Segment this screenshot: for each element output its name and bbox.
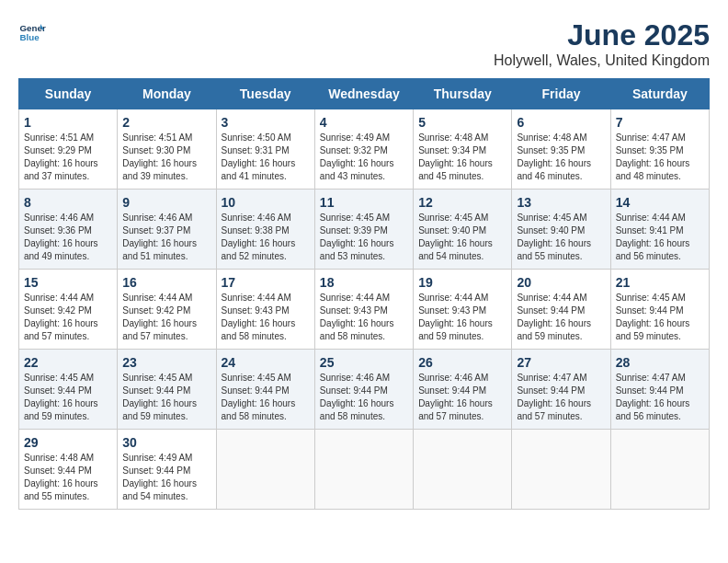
day-cell: 27Sunrise: 4:47 AMSunset: 9:44 PMDayligh… xyxy=(512,350,610,430)
calendar-title: June 2025 xyxy=(494,18,710,52)
day-number: 7 xyxy=(616,115,704,130)
day-number: 28 xyxy=(616,355,704,370)
day-info: Sunrise: 4:47 AMSunset: 9:35 PMDaylight:… xyxy=(616,132,704,183)
logo: General Blue xyxy=(18,18,46,46)
day-number: 16 xyxy=(122,275,210,290)
day-info: Sunrise: 4:47 AMSunset: 9:44 PMDaylight:… xyxy=(616,372,704,423)
day-number: 22 xyxy=(24,355,112,370)
header-monday: Monday xyxy=(118,79,216,109)
day-cell: 24Sunrise: 4:45 AMSunset: 9:44 PMDayligh… xyxy=(216,350,314,430)
day-cell: 12Sunrise: 4:45 AMSunset: 9:40 PMDayligh… xyxy=(414,190,512,270)
day-info: Sunrise: 4:45 AMSunset: 9:40 PMDaylight:… xyxy=(517,212,605,263)
day-number: 3 xyxy=(222,115,310,130)
day-number: 15 xyxy=(24,275,112,290)
day-cell: 19Sunrise: 4:44 AMSunset: 9:43 PMDayligh… xyxy=(414,270,512,350)
day-cell: 6Sunrise: 4:48 AMSunset: 9:35 PMDaylight… xyxy=(512,109,610,190)
day-info: Sunrise: 4:46 AMSunset: 9:38 PMDaylight:… xyxy=(222,212,310,263)
day-info: Sunrise: 4:44 AMSunset: 9:43 PMDaylight:… xyxy=(222,292,310,343)
day-info: Sunrise: 4:48 AMSunset: 9:34 PMDaylight:… xyxy=(418,132,506,183)
day-number: 27 xyxy=(517,355,605,370)
day-info: Sunrise: 4:44 AMSunset: 9:42 PMDaylight:… xyxy=(122,292,210,343)
day-info: Sunrise: 4:48 AMSunset: 9:35 PMDaylight:… xyxy=(517,132,605,183)
day-cell: 3Sunrise: 4:50 AMSunset: 9:31 PMDaylight… xyxy=(216,109,314,190)
day-number: 6 xyxy=(517,115,605,130)
day-info: Sunrise: 4:51 AMSunset: 9:29 PMDaylight:… xyxy=(24,132,112,183)
day-number: 24 xyxy=(222,355,310,370)
day-cell: 21Sunrise: 4:45 AMSunset: 9:44 PMDayligh… xyxy=(610,270,709,350)
day-info: Sunrise: 4:44 AMSunset: 9:43 PMDaylight:… xyxy=(418,292,506,343)
day-number: 11 xyxy=(320,195,408,210)
day-info: Sunrise: 4:44 AMSunset: 9:42 PMDaylight:… xyxy=(24,292,112,343)
day-cell: 9Sunrise: 4:46 AMSunset: 9:37 PMDaylight… xyxy=(118,190,216,270)
day-number: 25 xyxy=(320,355,408,370)
day-cell: 26Sunrise: 4:46 AMSunset: 9:44 PMDayligh… xyxy=(414,350,512,430)
week-row-2: 8Sunrise: 4:46 AMSunset: 9:36 PMDaylight… xyxy=(19,190,710,270)
day-number: 19 xyxy=(418,275,506,290)
day-cell: 8Sunrise: 4:46 AMSunset: 9:36 PMDaylight… xyxy=(19,190,118,270)
header-thursday: Thursday xyxy=(414,79,512,109)
day-cell: 7Sunrise: 4:47 AMSunset: 9:35 PMDaylight… xyxy=(610,109,709,190)
calendar-table: Sunday Monday Tuesday Wednesday Thursday… xyxy=(18,78,710,510)
day-number: 29 xyxy=(24,435,112,450)
day-cell: 18Sunrise: 4:44 AMSunset: 9:43 PMDayligh… xyxy=(314,270,413,350)
day-number: 26 xyxy=(418,355,506,370)
day-cell xyxy=(610,430,709,510)
day-info: Sunrise: 4:45 AMSunset: 9:44 PMDaylight:… xyxy=(222,372,310,423)
day-cell: 17Sunrise: 4:44 AMSunset: 9:43 PMDayligh… xyxy=(216,270,314,350)
day-info: Sunrise: 4:44 AMSunset: 9:41 PMDaylight:… xyxy=(616,212,704,263)
day-cell: 30Sunrise: 4:49 AMSunset: 9:44 PMDayligh… xyxy=(118,430,216,510)
days-header-row: Sunday Monday Tuesday Wednesday Thursday… xyxy=(19,79,710,109)
day-cell: 20Sunrise: 4:44 AMSunset: 9:44 PMDayligh… xyxy=(512,270,610,350)
day-info: Sunrise: 4:45 AMSunset: 9:44 PMDaylight:… xyxy=(24,372,112,423)
day-cell: 1Sunrise: 4:51 AMSunset: 9:29 PMDaylight… xyxy=(19,109,118,190)
day-cell: 25Sunrise: 4:46 AMSunset: 9:44 PMDayligh… xyxy=(314,350,413,430)
day-info: Sunrise: 4:46 AMSunset: 9:44 PMDaylight:… xyxy=(418,372,506,423)
week-row-1: 1Sunrise: 4:51 AMSunset: 9:29 PMDaylight… xyxy=(19,109,710,190)
day-info: Sunrise: 4:45 AMSunset: 9:40 PMDaylight:… xyxy=(418,212,506,263)
day-cell: 11Sunrise: 4:45 AMSunset: 9:39 PMDayligh… xyxy=(314,190,413,270)
day-info: Sunrise: 4:51 AMSunset: 9:30 PMDaylight:… xyxy=(122,132,210,183)
day-cell: 15Sunrise: 4:44 AMSunset: 9:42 PMDayligh… xyxy=(19,270,118,350)
header-sunday: Sunday xyxy=(19,79,118,109)
day-cell xyxy=(314,430,413,510)
calendar-subtitle: Holywell, Wales, United Kingdom xyxy=(494,52,710,69)
day-info: Sunrise: 4:45 AMSunset: 9:44 PMDaylight:… xyxy=(122,372,210,423)
day-info: Sunrise: 4:46 AMSunset: 9:36 PMDaylight:… xyxy=(24,212,112,263)
day-number: 21 xyxy=(616,275,704,290)
day-cell: 2Sunrise: 4:51 AMSunset: 9:30 PMDaylight… xyxy=(118,109,216,190)
day-number: 13 xyxy=(517,195,605,210)
day-cell: 13Sunrise: 4:45 AMSunset: 9:40 PMDayligh… xyxy=(512,190,610,270)
page-header: General Blue June 2025 Holywell, Wales, … xyxy=(18,18,710,69)
day-number: 1 xyxy=(24,115,112,130)
day-number: 14 xyxy=(616,195,704,210)
day-cell: 4Sunrise: 4:49 AMSunset: 9:32 PMDaylight… xyxy=(314,109,413,190)
week-row-3: 15Sunrise: 4:44 AMSunset: 9:42 PMDayligh… xyxy=(19,270,710,350)
day-info: Sunrise: 4:44 AMSunset: 9:43 PMDaylight:… xyxy=(320,292,408,343)
day-cell xyxy=(414,430,512,510)
header-wednesday: Wednesday xyxy=(314,79,413,109)
day-cell: 29Sunrise: 4:48 AMSunset: 9:44 PMDayligh… xyxy=(19,430,118,510)
day-number: 2 xyxy=(122,115,210,130)
title-section: June 2025 Holywell, Wales, United Kingdo… xyxy=(494,18,710,69)
day-number: 17 xyxy=(222,275,310,290)
svg-text:Blue: Blue xyxy=(20,32,40,42)
logo-icon: General Blue xyxy=(18,18,46,46)
day-cell: 23Sunrise: 4:45 AMSunset: 9:44 PMDayligh… xyxy=(118,350,216,430)
day-cell xyxy=(512,430,610,510)
day-info: Sunrise: 4:48 AMSunset: 9:44 PMDaylight:… xyxy=(24,452,112,503)
week-row-5: 29Sunrise: 4:48 AMSunset: 9:44 PMDayligh… xyxy=(19,430,710,510)
day-number: 4 xyxy=(320,115,408,130)
day-info: Sunrise: 4:50 AMSunset: 9:31 PMDaylight:… xyxy=(222,132,310,183)
week-row-4: 22Sunrise: 4:45 AMSunset: 9:44 PMDayligh… xyxy=(19,350,710,430)
day-cell: 14Sunrise: 4:44 AMSunset: 9:41 PMDayligh… xyxy=(610,190,709,270)
day-info: Sunrise: 4:44 AMSunset: 9:44 PMDaylight:… xyxy=(517,292,605,343)
day-number: 30 xyxy=(122,435,210,450)
day-number: 23 xyxy=(122,355,210,370)
day-info: Sunrise: 4:49 AMSunset: 9:32 PMDaylight:… xyxy=(320,132,408,183)
header-tuesday: Tuesday xyxy=(216,79,314,109)
day-cell: 28Sunrise: 4:47 AMSunset: 9:44 PMDayligh… xyxy=(610,350,709,430)
day-number: 5 xyxy=(418,115,506,130)
day-info: Sunrise: 4:45 AMSunset: 9:44 PMDaylight:… xyxy=(616,292,704,343)
day-cell: 22Sunrise: 4:45 AMSunset: 9:44 PMDayligh… xyxy=(19,350,118,430)
day-info: Sunrise: 4:46 AMSunset: 9:37 PMDaylight:… xyxy=(122,212,210,263)
